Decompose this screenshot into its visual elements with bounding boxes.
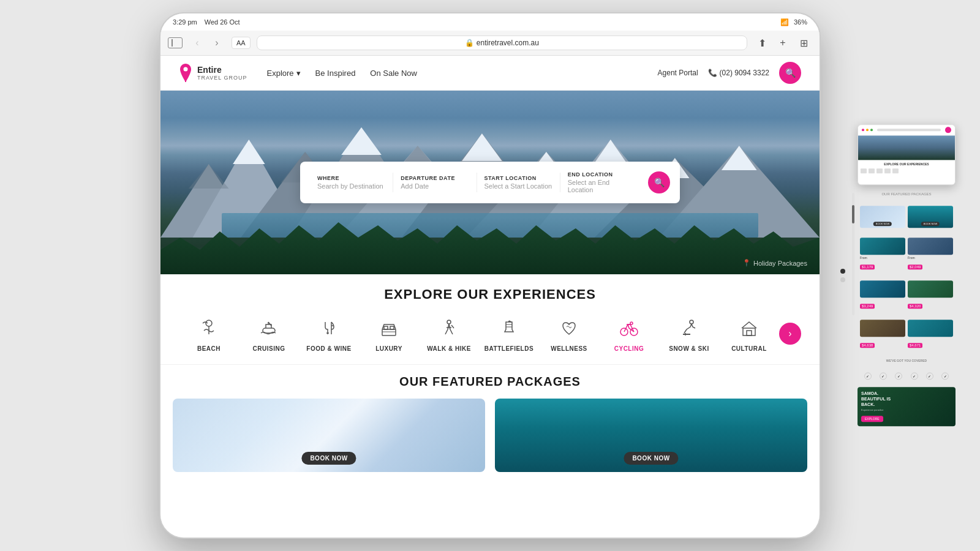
start-input[interactable]: Select a Start Location <box>484 182 552 190</box>
wellness-label: WELLNESS <box>551 345 587 352</box>
packages-grid: BOOK NOW BOOK NOW <box>173 399 807 472</box>
svg-rect-29 <box>382 329 396 335</box>
nav-search-button[interactable]: 🔍 <box>779 62 801 84</box>
food-wine-label: FOOD & WINE <box>306 345 351 352</box>
experience-cultural[interactable]: CULTURAL <box>719 315 779 352</box>
logo-sub: TRAVEL GROUP <box>197 75 247 81</box>
svg-point-41 <box>630 322 633 324</box>
experience-wellness[interactable]: WELLNESS <box>539 315 599 352</box>
explore-link[interactable]: Explore ▾ <box>267 69 301 78</box>
end-location-field[interactable]: END LOCATION Select an End Location <box>560 169 643 196</box>
thumb-row-prices-3: $4,638 $4,671 <box>858 317 956 351</box>
slider-dot-2[interactable] <box>840 277 845 282</box>
walk-hike-icon <box>435 315 462 342</box>
back-button[interactable]: ‹ <box>189 34 206 51</box>
experience-snow-ski[interactable]: SNOW & SKI <box>659 315 719 352</box>
departure-label: DEPARTURE DATE <box>401 175 469 181</box>
tabs-button[interactable]: ⊞ <box>795 34 812 51</box>
be-inspired-link[interactable]: Be Inspired <box>315 69 356 78</box>
sidebar-toggle-button[interactable] <box>168 37 183 48</box>
beach-icon <box>195 315 222 342</box>
address-bar[interactable]: 🔒 entiretravel.com.au <box>257 36 747 50</box>
svg-point-33 <box>447 320 451 324</box>
experience-cycling[interactable]: CYCLING <box>599 315 659 352</box>
end-input[interactable]: Select an End Location <box>568 179 636 193</box>
logo: Entire TRAVEL GROUP <box>179 64 247 82</box>
experiences-title: EXPLORE OUR EXPERIENCES <box>179 287 801 302</box>
departure-input[interactable]: Add Date <box>401 182 469 190</box>
svg-point-43 <box>690 320 693 324</box>
phone-link[interactable]: 📞 (02) 9094 3322 <box>708 69 769 77</box>
pin-icon: 📍 <box>742 259 751 267</box>
where-input[interactable]: Search by Destination <box>317 182 385 190</box>
logo-pin-icon <box>179 64 192 82</box>
start-label: START LOCATION <box>484 175 552 181</box>
snow-ski-icon <box>676 315 703 342</box>
browser-chrome: ‹ › AA 🔒 entiretravel.com.au ⬆ + ⊞ <box>160 31 820 56</box>
where-label: WHERE <box>317 175 385 181</box>
search-submit-button[interactable]: 🔍 <box>648 171 670 193</box>
beach-label: BEACH <box>197 345 221 352</box>
svg-point-0 <box>184 67 188 72</box>
thumb-row-prices-2: $3,249 $4,320 <box>858 278 956 312</box>
departure-field[interactable]: DEPARTURE DATE Add Date <box>393 173 477 192</box>
new-tab-button[interactable]: + <box>774 34 791 51</box>
chevron-down-icon: ▾ <box>296 69 301 78</box>
site-nav: Entire TRAVEL GROUP Explore ▾ Be Inspire… <box>160 56 820 91</box>
nav-links: Explore ▾ Be Inspired On Sale Now <box>267 69 417 78</box>
book-now-button-2[interactable]: BOOK NOW <box>624 452 678 465</box>
thumb-card-2[interactable]: BOOK NOW <box>908 206 953 228</box>
battery-level: 36% <box>794 18 807 26</box>
package-card-2: BOOK NOW <box>495 399 807 472</box>
thumbnail-frame-main[interactable]: EXPLORE OUR EXPERIENCES <box>858 124 956 185</box>
cultural-icon <box>736 315 763 342</box>
thumb-url-bar <box>877 129 941 131</box>
svg-marker-13 <box>341 127 382 155</box>
end-label: END LOCATION <box>568 171 636 178</box>
wellness-icon <box>556 315 582 342</box>
svg-rect-46 <box>743 328 755 335</box>
ipad-frame: 3:29 pm Wed 26 Oct 📶 36% ‹ › AA 🔒 entire… <box>159 12 821 539</box>
experience-food-wine[interactable]: FOOD & WINE <box>299 315 359 352</box>
search-form: WHERE Search by Destination DEPARTURE DA… <box>300 162 680 203</box>
book-now-button-1[interactable]: BOOK NOW <box>301 452 356 465</box>
lock-icon: 🔒 <box>465 39 474 47</box>
thumb-covered-label: WE'VE GOT YOU COVERED <box>858 359 956 362</box>
experience-battlefields[interactable]: BATTLEFIELDS <box>479 315 539 352</box>
logo-brand: Entire <box>197 65 247 75</box>
package-card-1: BOOK NOW <box>173 399 485 472</box>
experience-luxury[interactable]: LUXURY <box>359 315 419 352</box>
cultural-label: CULTURAL <box>731 345 767 352</box>
experience-walk-hike[interactable]: WALK & HIKE <box>419 315 479 352</box>
where-field[interactable]: WHERE Search by Destination <box>310 173 393 192</box>
walk-hike-label: WALK & HIKE <box>427 345 471 352</box>
date: Wed 26 Oct <box>205 18 240 26</box>
experience-cruising[interactable]: CRUISING <box>239 315 299 352</box>
svg-marker-18 <box>722 146 757 170</box>
wifi-icon: 📶 <box>780 18 789 26</box>
next-experiences-button[interactable]: › <box>779 323 801 345</box>
thumb-card-1[interactable]: BOOK NOW <box>860 206 905 228</box>
thumb-samoa-btn[interactable]: EXPLORE <box>861 416 883 422</box>
cycling-label: CYCLING <box>614 345 644 352</box>
on-sale-link[interactable]: On Sale Now <box>370 69 417 78</box>
thumb-icons-row: ✓ ✓ ✓ ✓ ✓ ✓ <box>858 370 956 382</box>
hero-section: WHERE Search by Destination DEPARTURE DA… <box>160 91 820 274</box>
forward-button[interactable]: › <box>208 34 225 51</box>
svg-point-22 <box>206 320 212 326</box>
cycling-icon <box>616 315 643 342</box>
luxury-icon <box>375 315 402 342</box>
svg-marker-19 <box>189 164 229 189</box>
start-location-field[interactable]: START LOCATION Select a Start Location <box>477 173 560 192</box>
agent-portal-link[interactable]: Agent Portal <box>658 69 698 77</box>
svg-rect-31 <box>390 326 394 329</box>
thumb-row-packages: BOOK NOW BOOK NOW <box>858 203 956 230</box>
experience-beach[interactable]: BEACH <box>179 315 239 352</box>
sidebar-scrollbar-thumb[interactable] <box>852 205 854 223</box>
share-button[interactable]: ⬆ <box>753 34 771 51</box>
thumb-header-main <box>858 125 955 135</box>
slider-dots <box>840 269 845 282</box>
slider-dot-1[interactable] <box>840 269 845 274</box>
reader-mode-button[interactable]: AA <box>232 37 251 49</box>
sidebar-scrollbar <box>852 193 854 315</box>
